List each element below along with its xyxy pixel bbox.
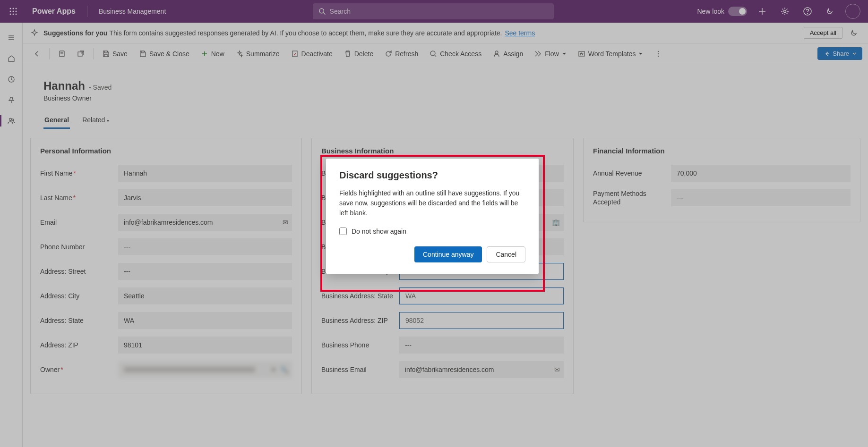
do-not-show-checkbox[interactable]: Do not show again bbox=[339, 228, 525, 235]
cancel-button[interactable]: Cancel bbox=[487, 246, 525, 262]
modal-overlay: Discard suggestions? Fields highlighted … bbox=[0, 0, 868, 447]
dialog-body: Fields highlighted with an outline still… bbox=[339, 188, 525, 218]
checkbox-label: Do not show again bbox=[352, 228, 406, 235]
continue-anyway-button[interactable]: Continue anyway bbox=[414, 246, 482, 262]
discard-dialog: Discard suggestions? Fields highlighted … bbox=[326, 159, 539, 274]
dialog-title: Discard suggestions? bbox=[339, 170, 525, 181]
checkbox-input[interactable] bbox=[339, 228, 347, 235]
